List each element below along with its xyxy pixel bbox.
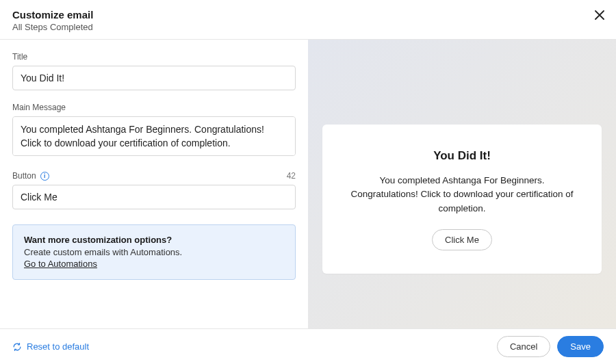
title-group: Title bbox=[12, 52, 296, 90]
dialog-footer: Reset to default Cancel Save bbox=[0, 328, 616, 364]
reset-to-default-button[interactable]: Reset to default bbox=[12, 341, 89, 352]
reset-icon bbox=[12, 342, 22, 352]
go-to-automations-link[interactable]: Go to Automations bbox=[24, 259, 97, 269]
footer-actions: Cancel Save bbox=[497, 336, 604, 357]
button-field-label: Button bbox=[12, 171, 36, 181]
button-text-input[interactable] bbox=[12, 185, 296, 209]
button-group: Button i 42 bbox=[12, 171, 296, 209]
reset-label: Reset to default bbox=[27, 341, 89, 352]
cancel-button[interactable]: Cancel bbox=[497, 336, 550, 357]
message-label: Main Message bbox=[12, 103, 296, 112]
button-char-counter: 42 bbox=[287, 171, 296, 181]
form-panel: Title Main Message Button i 42 Want more… bbox=[0, 40, 308, 328]
close-icon bbox=[595, 10, 604, 20]
save-button[interactable]: Save bbox=[557, 336, 604, 357]
message-input[interactable] bbox=[12, 116, 296, 156]
automations-notice: Want more customization options? Create … bbox=[12, 224, 296, 280]
dialog-subtitle: All Steps Completed bbox=[12, 22, 604, 32]
title-input[interactable] bbox=[12, 66, 296, 90]
dialog-header: Customize email All Steps Completed bbox=[0, 0, 616, 40]
main-content: Title Main Message Button i 42 Want more… bbox=[0, 40, 616, 328]
preview-button[interactable]: Click Me bbox=[432, 229, 492, 250]
dialog-title: Customize email bbox=[12, 9, 604, 21]
notice-text: Create custom emails with Automations. bbox=[24, 247, 284, 257]
preview-panel: You Did It! You completed Ashtanga For B… bbox=[308, 40, 616, 328]
message-group: Main Message bbox=[12, 103, 296, 159]
preview-message: You completed Ashtanga For Beginners. Co… bbox=[347, 174, 577, 216]
preview-card: You Did It! You completed Ashtanga For B… bbox=[322, 125, 602, 274]
info-icon[interactable]: i bbox=[40, 172, 49, 181]
preview-title: You Did It! bbox=[347, 149, 577, 163]
close-button[interactable] bbox=[593, 8, 606, 22]
title-label: Title bbox=[12, 52, 296, 62]
notice-title: Want more customization options? bbox=[24, 235, 284, 245]
